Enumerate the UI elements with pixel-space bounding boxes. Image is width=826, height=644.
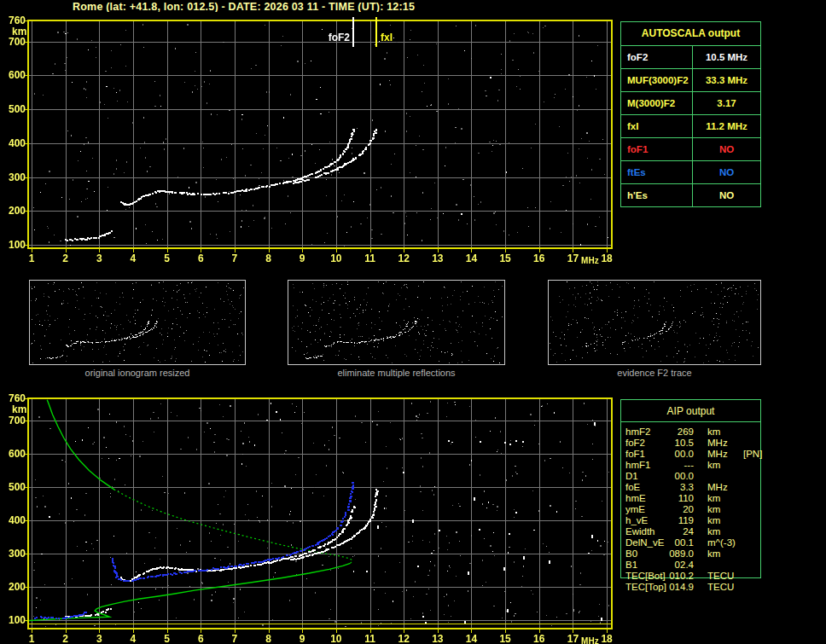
aip-row-hmF1: hmF1---km bbox=[625, 460, 760, 471]
aip-label-hmF1: hmF1 bbox=[625, 460, 666, 471]
aip-unit-foF2: MHz bbox=[707, 438, 743, 449]
aip-note-hmF1 bbox=[743, 460, 760, 471]
aip-row-TEC[Top]: TEC[Top]014.9TECU bbox=[625, 582, 760, 593]
aip-label-D1: D1 bbox=[625, 471, 666, 482]
autoscala-row-value-M(3000)F2: 3.17 bbox=[693, 92, 760, 115]
aip-row-Ewidth: Ewidth24km bbox=[625, 526, 760, 537]
aip-label-ymE: ymE bbox=[625, 504, 666, 515]
aip-row-h_vE: h_vE119km bbox=[625, 515, 760, 526]
aip-value-TEC[Top]: 014.9 bbox=[666, 582, 694, 593]
autoscala-row-value-fxI: 11.2 MHz bbox=[693, 115, 760, 138]
aip-unit-B0: km bbox=[707, 548, 743, 560]
aip-label-foF2: foF2 bbox=[625, 438, 666, 449]
aip-table-header: AIP output bbox=[620, 401, 761, 421]
autoscala-row-value-MUF(3000)F2: 33.3 MHz bbox=[693, 69, 760, 92]
autoscala-ionogram-screen: Rome (lat: +41.8, lon: 012.5) - DATE: 20… bbox=[0, 0, 826, 644]
aip-value-foF1: 00.0 bbox=[666, 449, 694, 460]
aip-value-foF2: 10.5 bbox=[666, 438, 694, 449]
aip-note-h_vE bbox=[743, 515, 760, 526]
aip-output-table: hmF2269kmfoF210.5MHzfoF100.0MHz[PN]hmF1-… bbox=[625, 426, 760, 593]
aip-note-foF1: [PN] bbox=[743, 449, 762, 460]
autoscala-row-label-fxI: fxI bbox=[621, 115, 693, 138]
aip-value-DelN_vE: 00.1 bbox=[666, 537, 694, 548]
aip-unit-DelN_vE: m^(-3) bbox=[707, 537, 743, 548]
aip-row-foE: foE3.3MHz bbox=[625, 482, 760, 493]
aip-row-D1: D100.0 bbox=[625, 471, 760, 482]
thumbnail-original-ionogram bbox=[29, 280, 246, 365]
autoscala-output-table: AUTOSCALA output foF210.5 MHzMUF(3000)F2… bbox=[620, 21, 761, 207]
autoscala-row-label-M(3000)F2: M(3000)F2 bbox=[621, 92, 693, 115]
aip-row-ymE: ymE20km bbox=[625, 504, 760, 515]
aip-row-hmF2: hmF2269km bbox=[625, 426, 760, 438]
aip-note-hmE bbox=[743, 493, 760, 504]
aip-value-B1: 02.4 bbox=[666, 560, 694, 571]
aip-value-Ewidth: 24 bbox=[666, 526, 694, 537]
aip-label-TEC[Bot]: TEC[Bot] bbox=[625, 571, 666, 582]
aip-row-DelN_vE: DelN_vE00.1m^(-3) bbox=[625, 537, 760, 548]
aip-note-B1 bbox=[743, 560, 760, 571]
aip-note-ymE bbox=[743, 504, 760, 515]
aip-value-TEC[Bot]: 010.2 bbox=[666, 571, 694, 582]
thumbnail-evidence-f2-trace bbox=[548, 280, 761, 365]
bottom-ionogram-profile-plot bbox=[0, 386, 619, 644]
aip-row-foF2: foF210.5MHz bbox=[625, 438, 760, 449]
aip-unit-ymE: km bbox=[707, 504, 743, 515]
aip-row-B0: B0089.0km bbox=[625, 548, 760, 560]
autoscala-row-label-foF1: foF1 bbox=[621, 138, 693, 161]
aip-value-ymE: 20 bbox=[666, 504, 694, 515]
caption-eliminate-reflections: eliminate multiple reflections bbox=[288, 368, 505, 378]
aip-label-hmE: hmE bbox=[625, 493, 666, 504]
aip-label-hmF2: hmF2 bbox=[625, 426, 666, 438]
aip-unit-hmF2: km bbox=[707, 426, 743, 438]
aip-label-B1: B1 bbox=[625, 560, 666, 571]
aip-value-D1: 00.0 bbox=[666, 471, 694, 482]
aip-label-foE: foE bbox=[625, 482, 666, 493]
aip-unit-h_vE: km bbox=[707, 515, 743, 526]
aip-note-TEC[Top] bbox=[743, 582, 760, 593]
autoscala-row-label-foF2: foF2 bbox=[621, 46, 693, 69]
aip-label-DelN_vE: DelN_vE bbox=[625, 537, 666, 548]
aip-unit-hmE: km bbox=[707, 493, 743, 504]
aip-value-hmF2: 269 bbox=[666, 426, 694, 438]
aip-note-D1 bbox=[743, 471, 760, 482]
aip-note-Ewidth bbox=[743, 526, 760, 537]
aip-note-B0 bbox=[743, 548, 760, 560]
aip-note-TEC[Bot] bbox=[743, 571, 760, 582]
autoscala-row-value-h'Es: NO bbox=[693, 184, 760, 206]
autoscala-table-header: AUTOSCALA output bbox=[621, 22, 760, 46]
autoscala-row-label-ftEs: ftEs bbox=[621, 161, 693, 184]
aip-row-foF1: foF100.0MHz[PN] bbox=[625, 449, 760, 460]
aip-unit-D1 bbox=[707, 471, 743, 482]
aip-label-TEC[Top]: TEC[Top] bbox=[625, 582, 666, 593]
aip-unit-foF1: MHz bbox=[707, 449, 743, 460]
aip-row-hmE: hmE110km bbox=[625, 493, 760, 504]
aip-unit-B1 bbox=[707, 560, 743, 571]
top-ionogram-plot bbox=[0, 12, 619, 268]
aip-value-foE: 3.3 bbox=[666, 482, 694, 493]
caption-original-ionogram: original ionogram resized bbox=[29, 368, 246, 378]
autoscala-row-value-ftEs: NO bbox=[693, 161, 760, 184]
aip-row-B1: B102.4 bbox=[625, 560, 760, 571]
aip-label-B0: B0 bbox=[625, 548, 666, 560]
caption-evidence-f2-trace: evidence F2 trace bbox=[548, 368, 761, 378]
aip-note-DelN_vE bbox=[743, 537, 760, 548]
autoscala-row-label-MUF(3000)F2: MUF(3000)F2 bbox=[621, 69, 693, 92]
aip-unit-hmF1: km bbox=[707, 460, 743, 471]
autoscala-row-value-foF1: NO bbox=[693, 138, 760, 161]
aip-label-Ewidth: Ewidth bbox=[625, 526, 666, 537]
aip-note-hmF2 bbox=[743, 426, 760, 438]
aip-value-hmE: 110 bbox=[666, 493, 694, 504]
aip-note-foF2 bbox=[743, 438, 760, 449]
autoscala-row-value-foF2: 10.5 MHz bbox=[693, 46, 760, 69]
aip-row-TEC[Bot]: TEC[Bot]010.2TECU bbox=[625, 571, 760, 582]
thumbnail-eliminate-reflections bbox=[288, 280, 505, 365]
aip-value-hmF1: --- bbox=[666, 460, 694, 471]
aip-unit-TEC[Top]: TECU bbox=[707, 582, 743, 593]
aip-value-B0: 089.0 bbox=[666, 548, 694, 560]
aip-header-separator bbox=[620, 421, 761, 422]
aip-unit-Ewidth: km bbox=[707, 526, 743, 537]
autoscala-row-label-h'Es: h'Es bbox=[621, 184, 693, 206]
aip-label-foF1: foF1 bbox=[625, 449, 666, 460]
station-date-time-title: Rome (lat: +41.8, lon: 012.5) - DATE: 20… bbox=[73, 1, 415, 13]
aip-label-h_vE: h_vE bbox=[625, 515, 666, 526]
